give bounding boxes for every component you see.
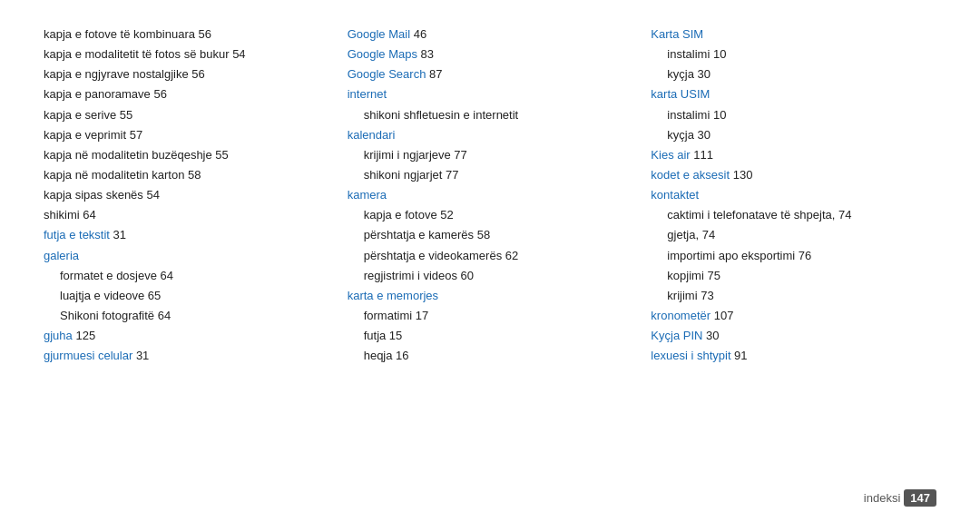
- list-item: përshtatja e kamerës 58: [348, 226, 633, 244]
- entry-number: 10: [710, 47, 726, 61]
- column-2: Google Mail 46Google Maps 83Google Searc…: [348, 25, 652, 480]
- entry-number: 54: [143, 188, 160, 202]
- entry-number: 73: [698, 289, 714, 302]
- list-item: Google Search 87: [348, 65, 633, 84]
- entry-number: 56: [189, 67, 205, 81]
- entry-number: 16: [392, 349, 408, 362]
- entry-sub-text: kyçja: [667, 128, 694, 142]
- entry-number: 125: [73, 329, 95, 342]
- list-item: shikimi 64: [44, 206, 329, 224]
- entry-number: 77: [451, 148, 467, 162]
- entry-sub-text: kopjimi: [667, 269, 703, 282]
- list-item: heqja 16: [348, 347, 633, 365]
- list-item: kapja e fotove të kombinuara 56: [44, 25, 329, 44]
- entry-link[interactable]: Google Mail: [348, 27, 410, 41]
- entry-link[interactable]: galeria: [44, 249, 79, 262]
- list-item: kapja në modalitetin karton 58: [44, 166, 329, 184]
- entry-link[interactable]: futja e tekstit: [44, 228, 110, 241]
- entry-sub-text: instalimi: [667, 108, 710, 122]
- entry-number: 64: [80, 208, 96, 222]
- entry-number: 58: [474, 228, 490, 241]
- entry-link[interactable]: kalendari: [348, 128, 396, 142]
- list-item: Kyçja PIN 30: [651, 327, 936, 345]
- entry-sub-text: përshtatja e kamerës: [364, 228, 474, 241]
- entry-number: 10: [710, 108, 726, 122]
- entry-link[interactable]: Kyçja PIN: [651, 329, 702, 342]
- column-3: Karta SIMinstalimi 10kyçja 30karta USIMi…: [651, 25, 936, 480]
- entry-sub-text: krijimi i ngjarjeve: [364, 148, 451, 162]
- list-item: kapja e panoramave 56: [44, 85, 329, 103]
- entry-number: 91: [731, 349, 748, 362]
- entry-sub-text: futja: [364, 329, 387, 342]
- list-item: kapja e veprimit 57: [44, 126, 329, 144]
- list-item: kapja në modalitetin buzëqeshje 55: [44, 146, 329, 164]
- entry-number: 17: [412, 309, 428, 322]
- entry-number: 74: [835, 208, 851, 222]
- list-item: kapja e fotove 52: [348, 206, 633, 224]
- list-item: kyçja 30: [651, 126, 936, 144]
- entry-number: 60: [457, 269, 474, 282]
- entry-sub-text: shikoni shfletuesin e internetit: [364, 108, 519, 122]
- entry-link[interactable]: karta e memorjes: [348, 289, 438, 302]
- entry-number: 83: [417, 47, 434, 61]
- entry-number: 76: [795, 249, 811, 262]
- list-item: Google Mail 46: [348, 25, 633, 44]
- list-item: caktimi i telefonatave të shpejta, 74: [651, 206, 936, 224]
- footer: indeksi 147: [44, 480, 936, 507]
- entry-link[interactable]: kronometër: [651, 309, 710, 322]
- entry-sub-text: regjistrimi i videos: [364, 269, 457, 282]
- entry-text: kapja e serive: [44, 108, 116, 122]
- list-item: përshtatja e videokamerës 62: [348, 247, 633, 265]
- entry-text: kapja e panoramave: [44, 87, 151, 101]
- entry-number: 75: [704, 269, 720, 282]
- list-item: gjurmuesi celular 31: [44, 347, 329, 365]
- entry-number: 62: [502, 249, 518, 262]
- entry-sub-text: heqja: [364, 349, 393, 362]
- entry-link[interactable]: Google Maps: [348, 47, 417, 61]
- list-item: gjuha 125: [44, 327, 329, 345]
- entry-number: 52: [437, 208, 454, 222]
- list-item: importimi apo eksportimi 76: [651, 247, 936, 265]
- entry-number: 55: [116, 108, 132, 122]
- entry-sub-text: luajtja e videove: [60, 289, 144, 302]
- entry-number: 74: [699, 228, 715, 241]
- entry-link[interactable]: Karta SIM: [651, 27, 703, 41]
- entry-link[interactable]: internet: [348, 87, 387, 101]
- entry-number: 107: [710, 309, 733, 322]
- list-item: lexuesi i shtypit 91: [651, 347, 936, 365]
- list-item: regjistrimi i videos 60: [348, 267, 633, 285]
- entry-link[interactable]: kontaktet: [651, 188, 699, 202]
- entry-sub-text: instalimi: [667, 47, 710, 61]
- list-item: futja 15: [348, 327, 633, 345]
- entry-link[interactable]: gjuha: [44, 329, 73, 342]
- entry-sub-text: përshtatja e videokamerës: [364, 249, 502, 262]
- list-item: kontaktet: [651, 186, 936, 204]
- entry-text: kapja e ngjyrave nostalgjike: [44, 67, 189, 81]
- entry-number: 55: [212, 148, 229, 162]
- list-item: krijimi i ngjarjeve 77: [348, 146, 633, 164]
- entry-number: 15: [386, 329, 402, 342]
- column-1: kapja e fotove të kombinuara 56kapja e m…: [44, 25, 348, 480]
- list-item: Karta SIM: [651, 25, 936, 44]
- entry-link[interactable]: Google Search: [348, 67, 426, 81]
- entry-link[interactable]: kamera: [348, 188, 387, 202]
- list-item: kalendari: [348, 126, 633, 144]
- entry-link[interactable]: lexuesi i shtypit: [651, 349, 730, 362]
- entry-number: 58: [184, 168, 201, 182]
- list-item: Google Maps 83: [348, 45, 633, 64]
- entry-number: 64: [154, 309, 171, 322]
- entry-number: 30: [694, 67, 710, 81]
- list-item: galeria: [44, 247, 329, 265]
- list-item: kapja e modalitetit të fotos së bukur 54: [44, 45, 329, 64]
- list-item: shikoni ngjarjet 77: [348, 166, 633, 184]
- entry-link[interactable]: Kies air: [651, 148, 690, 162]
- footer-page: 147: [904, 489, 936, 507]
- list-item: formatimi 17: [348, 307, 633, 325]
- entry-number: 111: [691, 148, 713, 162]
- entry-link[interactable]: gjurmuesi celular: [44, 349, 132, 362]
- page: kapja e fotove të kombinuara 56kapja e m…: [0, 0, 980, 532]
- entry-link[interactable]: karta USIM: [651, 87, 710, 101]
- entry-link[interactable]: kodet e aksesit: [651, 168, 730, 182]
- entry-text: kapja sipas skenës: [44, 188, 143, 202]
- entry-number: 65: [144, 289, 161, 302]
